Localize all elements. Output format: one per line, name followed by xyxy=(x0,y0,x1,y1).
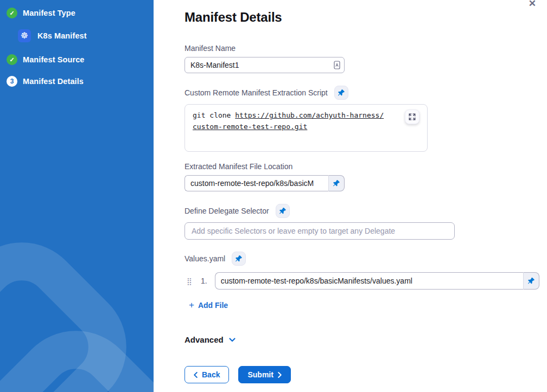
advanced-label: Advanced xyxy=(185,335,224,344)
extraction-script-editor[interactable]: git clone https://github.com/achyuth-har… xyxy=(185,104,428,152)
substep-label: K8s Manifest xyxy=(37,31,87,40)
substep-k8s-manifest[interactable]: ☸ K8s Manifest xyxy=(18,29,154,42)
kubernetes-icon: ☸ xyxy=(18,29,31,42)
manifest-details-panel: ✕ Manifest Details Manifest Name Custom … xyxy=(154,0,547,392)
submit-button[interactable]: Submit xyxy=(238,366,290,383)
manifest-name-input[interactable] xyxy=(185,57,345,73)
extracted-location-section: Extracted Manifest File Location xyxy=(185,162,547,191)
manifest-name-section: Manifest Name xyxy=(185,44,547,73)
extraction-script-label: Custom Remote Manifest Extraction Script xyxy=(185,88,328,97)
pin-icon xyxy=(527,277,535,285)
wizard-footer: Back Submit xyxy=(185,366,291,383)
values-file-path-input[interactable] xyxy=(215,272,523,290)
wizard-sidebar: ✓ Manifest Type ☸ K8s Manifest ✓ Manifes… xyxy=(0,0,154,392)
values-yaml-section: Values.yaml ⣿ 1. + Add File xyxy=(185,252,547,310)
extracted-location-label: Extracted Manifest File Location xyxy=(185,162,547,171)
pin-icon xyxy=(235,255,243,262)
step-number-badge: 3 xyxy=(7,76,17,87)
values-yaml-label: Values.yaml xyxy=(185,254,225,263)
step-label: Manifest Type xyxy=(23,9,75,17)
values-file-row: ⣿ 1. xyxy=(187,272,547,290)
fixed-value-pin-button[interactable] xyxy=(276,204,290,218)
add-file-label: Add File xyxy=(198,301,228,310)
fixed-value-pin-button[interactable] xyxy=(232,252,246,266)
close-icon[interactable]: ✕ xyxy=(527,0,537,9)
step-manifest-type[interactable]: ✓ Manifest Type xyxy=(7,8,154,18)
expand-editor-button[interactable] xyxy=(405,110,419,124)
pin-icon xyxy=(338,89,345,97)
expand-icon xyxy=(409,113,416,120)
advanced-toggle[interactable]: Advanced xyxy=(185,335,236,344)
pin-icon xyxy=(279,207,287,215)
extracted-location-input[interactable] xyxy=(185,175,328,191)
script-command-text: git clone xyxy=(193,111,235,119)
chevron-left-icon xyxy=(194,372,198,378)
script-repo-url: custom-remote-test-repo.git xyxy=(193,123,307,131)
manifest-name-label: Manifest Name xyxy=(185,44,547,53)
step-manifest-details[interactable]: 3 Manifest Details xyxy=(7,76,154,87)
fixed-value-pin-button[interactable] xyxy=(334,86,348,100)
fixed-value-pin-button[interactable] xyxy=(328,175,345,191)
back-button[interactable]: Back xyxy=(185,366,229,383)
step-complete-check-icon: ✓ xyxy=(7,54,17,65)
submit-label: Submit xyxy=(247,370,273,379)
wizard-steps: ✓ Manifest Type ☸ K8s Manifest ✓ Manifes… xyxy=(0,0,154,87)
delegate-selector-label: Define Delegate Selector xyxy=(185,207,269,215)
delegate-selector-input[interactable] xyxy=(185,222,455,240)
name-id-edit-icon[interactable] xyxy=(334,61,340,69)
delegate-selector-section: Define Delegate Selector xyxy=(185,204,547,240)
extraction-script-section: Custom Remote Manifest Extraction Script… xyxy=(185,86,547,152)
page-title: Manifest Details xyxy=(185,10,547,25)
step-manifest-source[interactable]: ✓ Manifest Source xyxy=(7,54,154,65)
pin-icon xyxy=(333,179,340,187)
plus-icon: + xyxy=(189,300,194,310)
drag-handle-icon[interactable]: ⣿ xyxy=(187,278,195,285)
row-index: 1. xyxy=(201,277,207,285)
step-label: Manifest Details xyxy=(23,77,84,86)
add-file-button[interactable]: + Add File xyxy=(189,300,228,310)
step-complete-check-icon: ✓ xyxy=(7,8,17,18)
script-repo-url: https://github.com/achyuth-harness/ xyxy=(235,111,384,119)
chevron-right-icon xyxy=(278,372,282,378)
fixed-value-pin-button[interactable] xyxy=(523,272,539,290)
step-label: Manifest Source xyxy=(23,55,85,64)
back-label: Back xyxy=(202,370,220,379)
chevron-down-icon xyxy=(228,337,236,343)
